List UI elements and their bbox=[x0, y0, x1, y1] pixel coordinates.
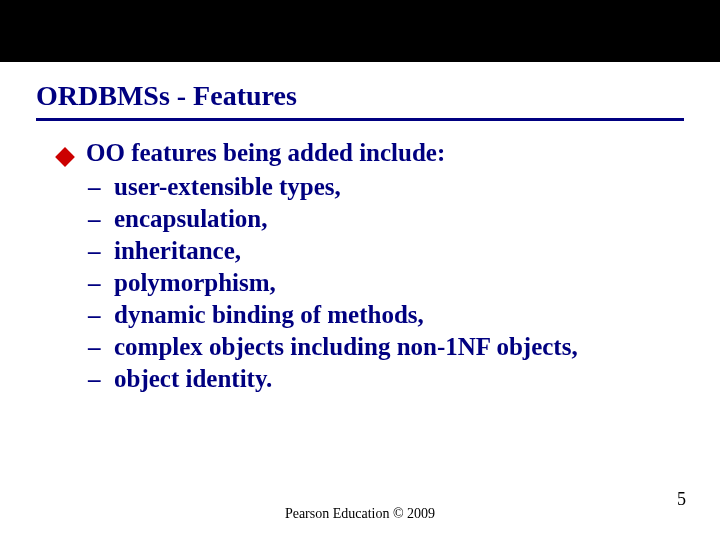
list-item: – object identity. bbox=[88, 365, 684, 393]
diamond-bullet-icon bbox=[55, 147, 75, 167]
footer-copyright: Pearson Education © 2009 bbox=[0, 506, 720, 522]
list-item-text: complex objects including non-1NF object… bbox=[114, 333, 578, 361]
dash-icon: – bbox=[88, 205, 104, 233]
list-item: – user-extensible types, bbox=[88, 173, 684, 201]
dash-icon: – bbox=[88, 301, 104, 329]
dash-icon: – bbox=[88, 269, 104, 297]
list-item: – polymorphism, bbox=[88, 269, 684, 297]
title-area: ORDBMSs - Features bbox=[0, 62, 720, 116]
list-item-text: inheritance, bbox=[114, 237, 241, 265]
list-item-text: polymorphism, bbox=[114, 269, 276, 297]
lead-text: OO features being added include: bbox=[86, 139, 445, 167]
list-item: – inheritance, bbox=[88, 237, 684, 265]
dash-icon: – bbox=[88, 237, 104, 265]
content-area: OO features being added include: – user-… bbox=[0, 121, 720, 393]
list-item-text: dynamic binding of methods, bbox=[114, 301, 424, 329]
dash-icon: – bbox=[88, 173, 104, 201]
list-item-text: encapsulation, bbox=[114, 205, 268, 233]
list-item: – dynamic binding of methods, bbox=[88, 301, 684, 329]
list-item: – encapsulation, bbox=[88, 205, 684, 233]
slide-title: ORDBMSs - Features bbox=[36, 80, 720, 112]
list-item-text: object identity. bbox=[114, 365, 272, 393]
dash-icon: – bbox=[88, 333, 104, 361]
dash-icon: – bbox=[88, 365, 104, 393]
top-black-bar bbox=[0, 0, 720, 62]
list-item-text: user-extensible types, bbox=[114, 173, 341, 201]
lead-row: OO features being added include: bbox=[58, 139, 684, 167]
list-item: – complex objects including non-1NF obje… bbox=[88, 333, 684, 361]
page-number: 5 bbox=[677, 489, 686, 510]
feature-list: – user-extensible types, – encapsulation… bbox=[88, 173, 684, 393]
